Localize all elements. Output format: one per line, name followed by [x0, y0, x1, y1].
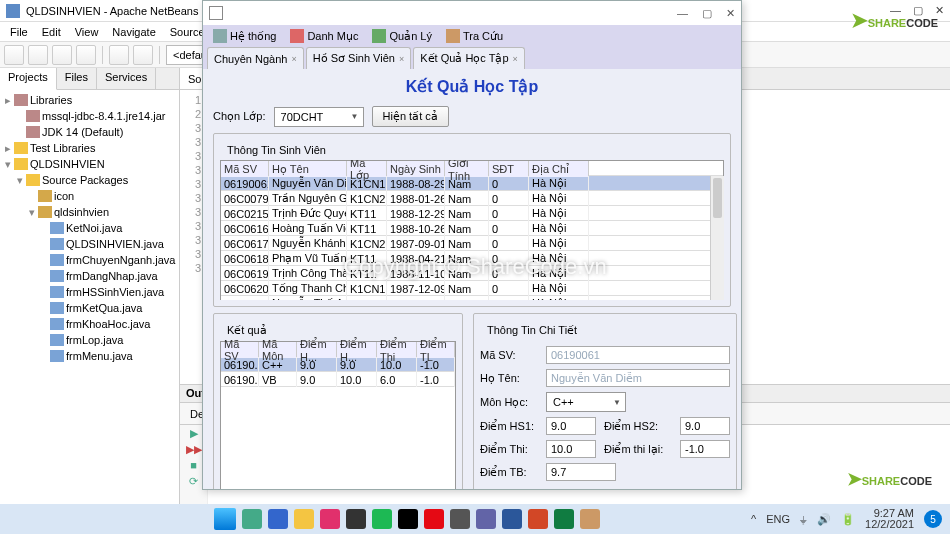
volume-icon[interactable]: 🔊 — [817, 513, 831, 526]
chon-lop-combo[interactable]: 70DCHT — [274, 107, 364, 127]
hs2-field[interactable] — [680, 417, 730, 435]
app-tab[interactable]: Kết Quả Học Tập× — [413, 47, 525, 69]
diemthi-field[interactable] — [546, 440, 596, 458]
netbeans-icon — [6, 4, 20, 18]
new-project-button[interactable] — [28, 45, 48, 65]
app-menu-item[interactable]: Quản Lý — [366, 27, 437, 45]
table-row[interactable]: 06190...C++9.09.010.0-1.0 — [221, 357, 455, 372]
tray-chevron-icon[interactable]: ^ — [751, 513, 756, 525]
chon-lop-label: Chọn Lớp: — [213, 110, 266, 123]
app-tab[interactable]: Chuyên Ngành× — [207, 47, 304, 69]
task-icon[interactable] — [580, 509, 600, 529]
menu-item[interactable]: View — [69, 24, 105, 40]
wifi-icon[interactable]: ⏚ — [800, 513, 807, 525]
app-menu-item[interactable]: Hệ thống — [207, 27, 282, 45]
detail-panel-title: Thông Tin Chi Tiết — [484, 324, 580, 337]
tray-lang[interactable]: ENG — [766, 513, 790, 525]
app-maximize-icon[interactable]: ▢ — [702, 7, 712, 20]
app-menu-item[interactable]: Tra Cứu — [440, 27, 509, 45]
task-icon[interactable] — [528, 509, 548, 529]
tree-node[interactable]: mssql-jdbc-8.4.1.jre14.jar — [2, 108, 177, 124]
table-row[interactable]: 06190...VB9.010.06.0-1.0 — [221, 372, 455, 387]
side-tab[interactable]: Files — [57, 68, 97, 89]
table-row[interactable]: 06C0215Trịnh Đức QuyềnKT111988-12-29Nam0… — [221, 206, 723, 221]
tree-node[interactable]: frmHSSinhVien.java — [2, 284, 177, 300]
table-row[interactable]: 06C0620Tống Thanh Ch...K1CN11987-12-09Na… — [221, 281, 723, 296]
task-icon[interactable] — [372, 509, 392, 529]
app-icon — [209, 6, 223, 20]
menu-item[interactable]: File — [4, 24, 34, 40]
app-minimize-icon[interactable]: — — [677, 7, 688, 20]
tree-node[interactable]: ▾qldsinhvien — [2, 204, 177, 220]
system-tray[interactable]: ^ ENG ⏚ 🔊 🔋 9:27 AM 12/2/2021 5 — [751, 508, 942, 530]
task-icon[interactable] — [450, 509, 470, 529]
task-icon[interactable] — [424, 509, 444, 529]
tree-node[interactable]: frmChuyenNganh.java — [2, 252, 177, 268]
hs1-field[interactable] — [546, 417, 596, 435]
table-row[interactable]: 06C0617Nguyễn Khánh ...K1CN21987-09-01Na… — [221, 236, 723, 251]
sinh-vien-table[interactable]: Mã SVHọ TênMã LớpNgày SinhGiới TínhSĐTĐị… — [220, 160, 724, 300]
windows-taskbar[interactable]: ^ ENG ⏚ 🔊 🔋 9:27 AM 12/2/2021 5 — [0, 504, 950, 534]
diemthilai-field[interactable] — [680, 440, 730, 458]
tree-node[interactable]: ▸Test Libraries — [2, 140, 177, 156]
table-row[interactable]: 06C0619Trịnh Công Thà...KT111988-11-10Na… — [221, 266, 723, 281]
project-pane-tabs[interactable]: ProjectsFilesServices — [0, 68, 179, 90]
ket-qua-table[interactable]: Mã SVMã MônĐiểm H...Điểm H...Điểm ThiĐiể… — [220, 341, 456, 489]
side-tab[interactable]: Services — [97, 68, 156, 89]
app-menu-item[interactable]: Danh Mục — [284, 27, 364, 45]
tree-node[interactable]: QLDSINHVIEN.java — [2, 236, 177, 252]
task-icon[interactable] — [502, 509, 522, 529]
tree-node[interactable]: ▾Source Packages — [2, 172, 177, 188]
tree-node[interactable]: ▾QLDSINHVIEN — [2, 156, 177, 172]
table-row[interactable]: 06C0079Trần Nguyên Gi...K1CN21988-01-26N… — [221, 191, 723, 206]
task-icon[interactable] — [554, 509, 574, 529]
diemtb-field[interactable] — [546, 463, 616, 481]
task-icon[interactable] — [476, 509, 496, 529]
page-title: Kết Quả Học Tập — [213, 77, 731, 96]
tree-node[interactable]: frmLop.java — [2, 332, 177, 348]
task-icon[interactable] — [268, 509, 288, 529]
app-menubar[interactable]: Hệ thốngDanh MụcQuản LýTra Cứu — [203, 25, 741, 47]
tree-node[interactable]: frmMenu.java — [2, 348, 177, 364]
tree-node[interactable]: frmKetQua.java — [2, 300, 177, 316]
task-icon[interactable] — [346, 509, 366, 529]
tree-node[interactable]: JDK 14 (Default) — [2, 124, 177, 140]
sv-scrollbar[interactable] — [710, 176, 724, 300]
menu-item[interactable]: Navigate — [106, 24, 161, 40]
menu-item[interactable]: Edit — [36, 24, 67, 40]
app-close-icon[interactable]: ✕ — [726, 7, 735, 20]
start-button[interactable] — [214, 508, 236, 530]
battery-icon[interactable]: 🔋 — [841, 513, 855, 526]
side-tab[interactable]: Projects — [0, 68, 57, 90]
task-icon[interactable] — [242, 509, 262, 529]
tree-node[interactable]: frmKhoaHoc.java — [2, 316, 177, 332]
hoten-field[interactable] — [546, 369, 730, 387]
undo-button[interactable] — [109, 45, 129, 65]
tray-badge[interactable]: 5 — [924, 510, 942, 528]
task-icon[interactable] — [398, 509, 418, 529]
monhoc-combo[interactable]: C++ — [546, 392, 626, 412]
kq-panel-title: Kết quả — [224, 324, 270, 337]
tree-node[interactable]: KetNoi.java — [2, 220, 177, 236]
open-button[interactable] — [52, 45, 72, 65]
hien-tat-ca-button[interactable]: Hiện tất cả — [372, 106, 449, 127]
app-tab[interactable]: Hồ Sơ Sinh Viên× — [306, 47, 412, 69]
project-tree[interactable]: ▸Librariesmssql-jdbc-8.4.1.jre14.jarJDK … — [0, 90, 179, 514]
masv-field[interactable] — [546, 346, 730, 364]
tree-node[interactable]: ▸Libraries — [2, 92, 177, 108]
tree-node[interactable]: icon — [2, 188, 177, 204]
redo-button[interactable] — [133, 45, 153, 65]
tree-node[interactable]: frmDangNhap.java — [2, 268, 177, 284]
table-row[interactable]: 06C0616Hoàng Tuấn ViệtKT111988-10-26Nam0… — [221, 221, 723, 236]
task-icon[interactable] — [320, 509, 340, 529]
new-file-button[interactable] — [4, 45, 24, 65]
table-row[interactable]: 06C0618Phạm Vũ TuấnKT111988-04-21Nam0Hà … — [221, 251, 723, 266]
watermark-logo-2: ➤SHARECODE — [847, 468, 932, 490]
save-button[interactable] — [76, 45, 96, 65]
app-window: — ▢ ✕ Hệ thốngDanh MụcQuản LýTra Cứu Chu… — [202, 0, 742, 490]
tray-date: 12/2/2021 — [865, 519, 914, 530]
table-row[interactable]: 06190061Nguyễn Văn Di...K1CN11988-08-29N… — [221, 176, 723, 191]
table-row[interactable]: 06C0621Nguyễn Thế AnhK1CN11988-10-11Nam0… — [221, 296, 723, 300]
task-icon[interactable] — [294, 509, 314, 529]
app-tabs[interactable]: Chuyên Ngành×Hồ Sơ Sinh Viên×Kết Quả Học… — [203, 47, 741, 69]
